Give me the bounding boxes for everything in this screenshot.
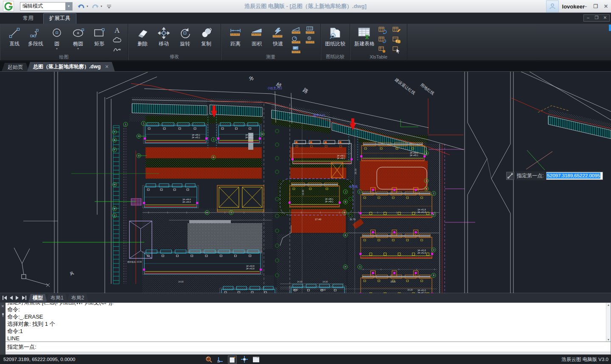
svg-text:2# +41.0: 2# +41.0 xyxy=(418,291,426,293)
layout-tab-模型[interactable]: 模型 xyxy=(28,294,47,302)
svg-text:14.00: 14.00 xyxy=(320,288,326,291)
ribbon-small-button-textA[interactable]: A xyxy=(111,25,123,34)
close-button[interactable]: ✕ xyxy=(603,3,609,10)
crosshair-snap-icon[interactable] xyxy=(240,356,249,364)
area-icon xyxy=(251,26,263,40)
ribbon-button-椭圆[interactable]: 椭圆▼ xyxy=(67,25,89,50)
prev-layout-button[interactable] xyxy=(8,295,14,300)
drawing-canvas[interactable]: 1# +45.12# +45.11# +45.12# +45.11# +48.1… xyxy=(0,71,611,293)
layout-nav-buttons xyxy=(0,295,28,300)
redo-button[interactable] xyxy=(91,3,99,10)
svg-text:2# +48.1: 2# +48.1 xyxy=(325,200,334,203)
svg-text:14.00: 14.00 xyxy=(178,280,184,283)
undo-button[interactable] xyxy=(77,3,85,10)
ribbon-group-图纸比较: 图纸比较图纸比较 xyxy=(321,24,350,60)
user-area[interactable]: lovokeer xyxy=(546,0,585,13)
doc-close-button[interactable]: ✕ xyxy=(602,15,608,21)
svg-text:E: E xyxy=(345,234,346,236)
svg-text:1: 1 xyxy=(359,190,360,193)
ribbon-button-矩形[interactable]: 矩形 xyxy=(89,25,110,48)
cursor-coordinates: 52097.3189, 65222.0095, 0.0000 xyxy=(0,357,75,362)
ribbon-small-button-m_note[interactable] xyxy=(290,45,301,54)
ribbon-small-button-m_grid[interactable] xyxy=(304,25,315,34)
ribbon-small-button-t_coin[interactable] xyxy=(390,35,402,44)
ribbon-group-测量: 距离面积快速测量 xyxy=(221,24,321,60)
application-window: 编辑模式▼ ▼ ▼ 浩辰云图 电脑版 - [总图（落上新地库轮廓）.dwg] l… xyxy=(0,0,611,364)
ribbon-button-快速[interactable]: 快速 xyxy=(267,25,289,48)
ribbon-button-直线[interactable]: 直线 xyxy=(4,25,25,48)
close-command-icon[interactable]: ✕ xyxy=(1,304,5,308)
coordinate-input[interactable]: 52097.3189,65222.0095 xyxy=(546,172,603,180)
command-history[interactable]: 指定对角点或 [栏选(F)/圈围(WP)/圈交(CP)]:命令:命令:_.ERA… xyxy=(6,303,611,342)
ribbon-small-button-t_cur[interactable] xyxy=(390,45,402,54)
minimize-button[interactable]: – xyxy=(582,3,589,10)
scroll-down-icon[interactable]: ▼ xyxy=(607,338,610,341)
doc-minimize-button[interactable]: – xyxy=(585,15,591,21)
svg-text:B: B xyxy=(426,188,427,190)
ribbon-button-多段线[interactable]: 多段线 xyxy=(25,25,46,48)
pin-command-icon[interactable] xyxy=(1,313,5,318)
ribbon-button-新建表格[interactable]: 新建表格 xyxy=(354,25,375,48)
svg-text:J: J xyxy=(345,190,346,193)
command-scrollbar[interactable]: ▲▼ xyxy=(606,303,611,342)
ribbon-small-button-m_gear[interactable] xyxy=(304,35,315,44)
panel-handle[interactable] xyxy=(609,25,611,31)
dropdown-caret-icon[interactable]: ▼ xyxy=(77,48,79,50)
ribbon-tab-扩展工具[interactable]: 扩展工具 xyxy=(43,13,76,24)
ribbon-button-删除[interactable]: 删除 xyxy=(132,25,153,48)
mode-combobox[interactable]: 编辑模式▼ xyxy=(20,2,73,11)
ribbon-button-圆[interactable]: 圆▼ xyxy=(46,25,67,50)
doc-restore-button[interactable]: ❐ xyxy=(593,15,600,21)
ribbon-button-移动[interactable]: 移动 xyxy=(153,25,174,48)
scroll-up-icon[interactable]: ▲ xyxy=(607,303,610,306)
first-layout-button[interactable] xyxy=(2,295,7,300)
command-main[interactable]: 指定对角点或 [栏选(F)/圈围(WP)/圈交(CP)]:命令:命令:_.ERA… xyxy=(6,302,611,355)
ribbon-small-button-cloud[interactable] xyxy=(111,35,123,44)
ribbon-button-距离[interactable]: 距离 xyxy=(225,25,246,48)
layout-tab-布局1[interactable]: 布局1 xyxy=(46,294,68,302)
ucs-axes-icon[interactable] xyxy=(216,356,225,364)
ribbon-small-button-t_gear[interactable] xyxy=(376,45,388,54)
tab-close-icon[interactable]: ✕ xyxy=(105,64,109,70)
svg-text:14.00: 14.00 xyxy=(293,288,298,291)
status-icons xyxy=(204,355,261,364)
zoom-magnifier-icon[interactable] xyxy=(204,356,213,364)
layout-tab-布局2[interactable]: 布局2 xyxy=(67,294,89,302)
quick-access-toolbar: ▼ ▼ xyxy=(77,3,113,10)
command-history-line: 选择对象: 找到 1 个 xyxy=(7,320,611,328)
ribbon-tab-常用[interactable]: 常用 xyxy=(17,13,39,24)
svg-text:16.20: 16.20 xyxy=(390,280,396,283)
ribbon-small-button-t_ref2[interactable] xyxy=(376,35,388,44)
ribbon-small-button-m_pie[interactable] xyxy=(290,35,301,44)
ribbon-button-图纸比较[interactable]: 图纸比较 xyxy=(325,25,346,48)
user-avatar-icon[interactable] xyxy=(546,0,559,12)
restore-button[interactable]: ❐ xyxy=(592,3,599,10)
customize-toolbar-icon[interactable] xyxy=(105,3,113,10)
dropdown-caret-icon[interactable]: ▼ xyxy=(56,48,58,50)
ribbon-small-button-t_ref1[interactable] xyxy=(376,25,388,34)
ribbon-button-复制[interactable]: 复制 xyxy=(196,25,217,48)
ribbon-small-button-m_prot[interactable] xyxy=(290,25,301,34)
next-layout-button[interactable] xyxy=(15,295,20,300)
svg-text:1: 1 xyxy=(230,211,232,214)
dynamic-input-icon[interactable] xyxy=(228,356,237,364)
ribbon-button-旋转[interactable]: 旋转 xyxy=(174,25,196,48)
document-tab-start[interactable]: 起始页 xyxy=(2,63,29,71)
ribbon-small-button-sketch[interactable] xyxy=(111,45,123,54)
svg-text:16.80: 16.80 xyxy=(302,190,304,196)
command-prompt-row[interactable]: 指定第一点: xyxy=(6,342,611,352)
svg-text:风: 风 xyxy=(69,271,74,276)
ribbon-group-修改: 删除移动旋转复制修改 xyxy=(128,24,221,60)
combo-dropdown-icon[interactable]: ▼ xyxy=(65,3,72,10)
last-layout-button[interactable] xyxy=(21,295,26,300)
app-logo-icon[interactable] xyxy=(3,1,14,11)
pline-icon xyxy=(30,26,41,40)
redo-dropdown-icon[interactable]: ▼ xyxy=(100,5,104,8)
command-history-line: 指定对角点或 [栏选(F)/圈围(WP)/圈交(CP)]: xyxy=(7,303,611,306)
display-window-icon[interactable] xyxy=(252,356,261,364)
document-tab-active[interactable]: 总图（落上新地库轮廓）.dwg✕ xyxy=(27,62,115,71)
svg-text:1: 1 xyxy=(125,123,126,126)
ribbon-button-面积[interactable]: 面积 xyxy=(246,25,267,48)
ribbon-small-button-t_pen[interactable] xyxy=(390,25,402,34)
undo-dropdown-icon[interactable]: ▼ xyxy=(86,5,90,8)
